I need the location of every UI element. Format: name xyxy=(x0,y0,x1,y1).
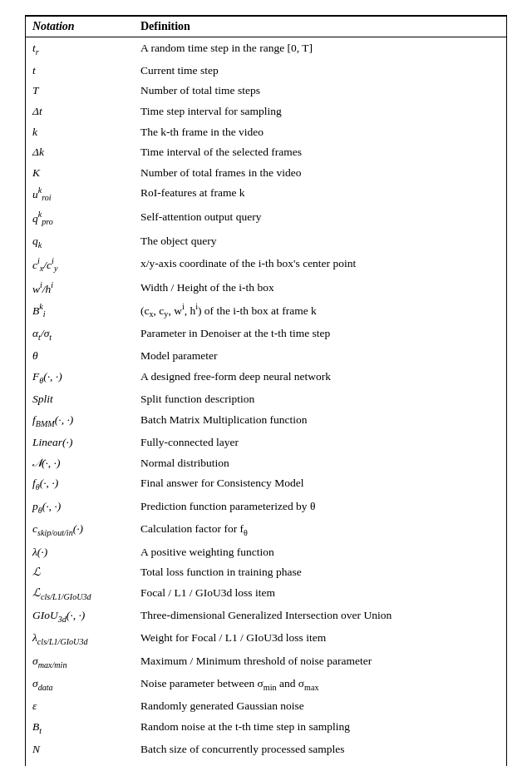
notation-cell: K xyxy=(26,162,134,183)
table-row: σdataNoise parameter between σmin and σm… xyxy=(26,674,506,696)
table-row: λcls/L1/GIoU3dWeight for Focal / L1 / GI… xyxy=(26,628,506,650)
notation-cell: GIoU3d(·, ·) xyxy=(26,605,134,627)
notation-cell: Fθ(·, ·) xyxy=(26,367,134,389)
table-row: ΔkTime interval of the selected frames xyxy=(26,142,506,163)
notation-cell: R xyxy=(26,759,134,766)
table-row: RNumber of regions analyzed within each … xyxy=(26,759,506,766)
table-row: Linear(·)Fully-connected layer xyxy=(26,432,506,453)
notation-cell: λcls/L1/GIoU3d xyxy=(26,628,134,650)
table-row: NBatch size of concurrently processed sa… xyxy=(26,739,506,760)
notation-cell: fBMM(·, ·) xyxy=(26,409,134,432)
definition-cell: A designed free-form deep neural network xyxy=(134,367,506,389)
notation-cell: wi/hi xyxy=(26,278,134,299)
definition-cell: Time step interval for sampling xyxy=(134,101,506,121)
col-header-notation: Notation xyxy=(26,17,134,37)
definition-cell: Normal distribution xyxy=(134,452,506,473)
notation-cell: αt/σt xyxy=(26,324,134,346)
definition-cell: Batch Matrix Multiplication function xyxy=(134,409,506,432)
notation-cell: t xyxy=(26,60,134,81)
definition-cell: Number of total frames in the video xyxy=(134,162,506,183)
notation-cell: ukroi xyxy=(26,183,134,207)
notation-cell: qkpro xyxy=(26,207,134,231)
definition-cell: Focal / L1 / GIoU3d loss item xyxy=(134,582,506,605)
table-row: ℒcls/L1/GIoU3dFocal / L1 / GIoU3d loss i… xyxy=(26,582,506,605)
notation-cell: ℒcls/L1/GIoU3d xyxy=(26,582,134,605)
definition-cell: (cx, cy, wi, hi) of the i-th box at fram… xyxy=(134,299,506,324)
definition-cell: Randomly generated Gaussian noise xyxy=(134,696,506,717)
table-row: qkThe object query xyxy=(26,230,506,253)
definition-cell: A random time step in the range [0, T] xyxy=(134,37,506,61)
table-row: λ(·)A positive weighting function xyxy=(26,541,506,562)
definition-cell: Calculation factor for fθ xyxy=(134,519,506,541)
table-row: αt/σtParameter in Denoiser at the t-th t… xyxy=(26,324,506,346)
definition-cell: x/y-axis coordinate of the i-th box's ce… xyxy=(134,254,506,278)
notation-cell: k xyxy=(26,121,134,142)
table-row: εRandomly generated Gaussian noise xyxy=(26,696,506,717)
definition-cell: Random noise at the t-th time step in sa… xyxy=(134,716,506,739)
table-row: θModel parameter xyxy=(26,346,506,367)
notation-cell: fθ(·, ·) xyxy=(26,473,134,496)
notation-cell: θ xyxy=(26,346,134,367)
definition-cell: The k-th frame in the video xyxy=(134,121,506,142)
notation-cell: Δt xyxy=(26,101,134,121)
notation-cell: cskip/out/in(·) xyxy=(26,519,134,541)
notation-cell: ε xyxy=(26,696,134,717)
notation-cell: σmax/min xyxy=(26,650,134,673)
definition-cell: Parameter in Denoiser at the t-th time s… xyxy=(134,324,506,346)
notation-cell: Linear(·) xyxy=(26,432,134,453)
table-row: 𝒩(·, ·)Normal distribution xyxy=(26,452,506,473)
notation-cell: Split xyxy=(26,389,134,410)
notation-cell: ℒ xyxy=(26,562,134,583)
table-row: σmax/minMaximum / Minimum threshold of n… xyxy=(26,650,506,673)
table-row: ukroiRoI-features at frame k xyxy=(26,183,506,207)
notation-cell: tr xyxy=(26,37,134,61)
notation-cell: Δk xyxy=(26,142,134,163)
definition-cell: Three-dimensional Generalized Intersecti… xyxy=(134,605,506,627)
notation-cell: cix/ciy xyxy=(26,254,134,278)
notation-cell: Bt xyxy=(26,716,134,739)
table-row: BtRandom noise at the t-th time step in … xyxy=(26,716,506,739)
table-row: cix/ciyx/y-axis coordinate of the i-th b… xyxy=(26,254,506,278)
definition-cell: Time interval of the selected frames xyxy=(134,142,506,163)
definition-cell: Number of total time steps xyxy=(134,81,506,101)
definition-cell: Weight for Focal / L1 / GIoU3d loss item xyxy=(134,628,506,650)
definition-cell: Current time step xyxy=(134,60,506,81)
notation-table-container: Notation Definition trA random time step… xyxy=(25,15,507,766)
notation-cell: qk xyxy=(26,230,134,253)
definition-cell: Number of regions analyzed within each s… xyxy=(134,759,506,766)
notation-table: Notation Definition trA random time step… xyxy=(26,16,506,766)
definition-cell: Final answer for Consistency Model xyxy=(134,473,506,496)
notation-cell: 𝒩(·, ·) xyxy=(26,452,134,473)
table-row: trA random time step in the range [0, T] xyxy=(26,37,506,61)
table-row: qkproSelf-attention output query xyxy=(26,207,506,231)
notation-cell: λ(·) xyxy=(26,541,134,562)
table-row: kThe k-th frame in the video xyxy=(26,121,506,142)
definition-cell: RoI-features at frame k xyxy=(134,183,506,207)
table-row: fθ(·, ·)Final answer for Consistency Mod… xyxy=(26,473,506,496)
definition-cell: Self-attention output query xyxy=(134,207,506,231)
table-row: wi/hiWidth / Height of the i-th box xyxy=(26,278,506,299)
table-row: Bki(cx, cy, wi, hi) of the i-th box at f… xyxy=(26,299,506,324)
notation-cell: T xyxy=(26,81,134,101)
table-row: pθ(·, ·)Prediction function parameterize… xyxy=(26,496,506,518)
table-row: tCurrent time step xyxy=(26,60,506,81)
definition-cell: Split function description xyxy=(134,389,506,410)
table-row: ΔtTime step interval for sampling xyxy=(26,101,506,121)
table-row: SplitSplit function description xyxy=(26,389,506,410)
definition-cell: A positive weighting function xyxy=(134,541,506,562)
definition-cell: Fully-connected layer xyxy=(134,432,506,453)
table-row: fBMM(·, ·)Batch Matrix Multiplication fu… xyxy=(26,409,506,432)
definition-cell: Noise parameter between σmin and σmax xyxy=(134,674,506,696)
table-row: GIoU3d(·, ·)Three-dimensional Generalize… xyxy=(26,605,506,627)
definition-cell: Width / Height of the i-th box xyxy=(134,278,506,299)
table-row: ℒTotal loss function in training phase xyxy=(26,562,506,583)
table-row: cskip/out/in(·)Calculation factor for fθ xyxy=(26,519,506,541)
table-row: Fθ(·, ·)A designed free-form deep neural… xyxy=(26,367,506,389)
notation-cell: N xyxy=(26,739,134,760)
definition-cell: The object query xyxy=(134,230,506,253)
definition-cell: Maximum / Minimum threshold of noise par… xyxy=(134,650,506,673)
definition-cell: Model parameter xyxy=(134,346,506,367)
notation-cell: σdata xyxy=(26,674,134,696)
notation-cell: pθ(·, ·) xyxy=(26,496,134,518)
definition-cell: Total loss function in training phase xyxy=(134,562,506,583)
